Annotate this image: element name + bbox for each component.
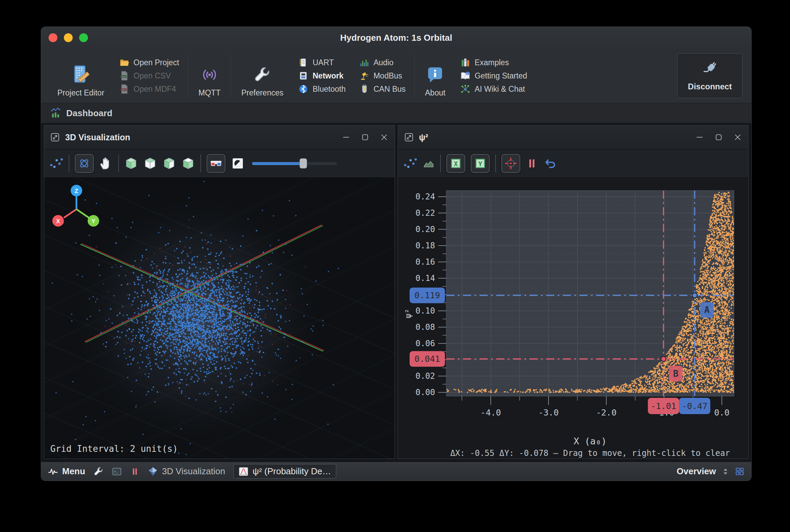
open-csv-button[interactable]: CSV Open CSV: [119, 71, 179, 81]
modbus-button[interactable]: ModBus: [359, 71, 406, 81]
x-cursor-button[interactable]: X: [446, 154, 465, 173]
maximize-icon[interactable]: [361, 133, 370, 142]
menu-button[interactable]: Menu: [48, 466, 85, 477]
minimize-icon[interactable]: [695, 133, 704, 142]
area-chart-icon[interactable]: [423, 157, 435, 170]
y-cursor-icon: Y: [473, 157, 487, 170]
app-window: Hydrogen Atom: 1s Orbital Project Editor…: [41, 26, 752, 481]
canbus-connector-icon: [359, 84, 370, 94]
network-button[interactable]: Network: [298, 71, 345, 81]
modbus-lamp-icon: [359, 71, 370, 81]
scatter-points-icon[interactable]: [50, 157, 63, 170]
toolbar-divider: [200, 155, 201, 172]
open-project-folder-icon: [119, 57, 129, 68]
expand-icon[interactable]: [404, 132, 414, 142]
svg-text:0.10: 0.10: [415, 306, 435, 316]
psi2-toolbar: X Y: [398, 149, 749, 178]
pause-icon[interactable]: [130, 467, 140, 476]
disconnect-button[interactable]: Disconnect: [677, 53, 742, 98]
opacity-slider[interactable]: [252, 158, 337, 169]
svg-text:MF4: MF4: [122, 89, 126, 91]
crosshair-icon: [504, 157, 518, 170]
cube-view-3-icon[interactable]: [162, 157, 176, 170]
bluetooth-button[interactable]: Bluetooth: [298, 84, 345, 94]
project-editor-button[interactable]: Project Editor: [49, 49, 112, 103]
maximize-icon[interactable]: [714, 133, 723, 142]
cube-view-4-icon[interactable]: [181, 157, 195, 170]
statusbar-tab-3d-visualization[interactable]: 3D Visualization: [148, 466, 225, 477]
slider-handle[interactable]: [300, 158, 307, 169]
minimize-icon[interactable]: [342, 133, 351, 142]
cube-view-2-icon[interactable]: [143, 157, 157, 170]
window-title: Hydrogen Atom: 1s Orbital: [340, 33, 452, 43]
slider-fill: [252, 162, 301, 165]
svg-text:0.041: 0.041: [414, 354, 440, 364]
examples-button[interactable]: Examples: [460, 57, 527, 68]
close-window-button[interactable]: [49, 33, 57, 42]
scatter-points-icon[interactable]: [403, 157, 417, 170]
viz3d-panel-header: 3D Visualization: [44, 125, 395, 149]
open-files-group: Open Project CSV Open CSV MF4 Open MDF4: [112, 49, 186, 103]
mqtt-button[interactable]: MQTT: [190, 49, 229, 103]
uart-button[interactable]: UART: [298, 57, 345, 68]
undo-icon[interactable]: [543, 157, 557, 170]
viz3d-window-controls: [342, 133, 389, 142]
traffic-lights: [49, 27, 88, 49]
psi2-panel-header: ψ²: [398, 125, 749, 149]
viz3d-canvas[interactable]: ZXY: [44, 178, 395, 459]
close-icon[interactable]: [733, 133, 742, 142]
getting-started-button[interactable]: i Getting Started: [460, 71, 527, 81]
tab-dashboard[interactable]: Dashboard: [46, 105, 117, 121]
disconnect-plug-icon: [701, 60, 719, 78]
svg-text:ψ²: ψ²: [403, 309, 413, 319]
layout-grid-icon[interactable]: [735, 467, 744, 476]
mqtt-signal-icon: [201, 66, 218, 84]
svg-text:0.16: 0.16: [415, 257, 435, 267]
psi2-chart[interactable]: 0.000.020.040.060.080.100.120.140.160.18…: [398, 178, 749, 459]
open-project-button[interactable]: Open Project: [119, 57, 179, 68]
pan-hand-icon[interactable]: [99, 157, 113, 170]
anaglyph-glasses-icon: [209, 157, 223, 170]
expand-icon[interactable]: [50, 132, 60, 142]
wrench-icon[interactable]: [93, 466, 104, 477]
ai-wiki-molecule-icon: [460, 84, 470, 94]
project-editor-icon: [71, 65, 90, 84]
zoom-window-button[interactable]: [79, 33, 88, 42]
svg-text:i: i: [467, 72, 468, 75]
y-cursor-button[interactable]: Y: [471, 154, 490, 173]
pause-icon[interactable]: [526, 157, 538, 170]
project-editor-label: Project Editor: [57, 88, 104, 97]
ai-wiki-button[interactable]: AI Wiki & Chat: [460, 84, 527, 94]
svg-text:Y: Y: [478, 160, 482, 168]
contrast-icon[interactable]: [231, 157, 245, 170]
cube-view-1-icon[interactable]: [124, 157, 138, 170]
statusbar-right: Overview: [677, 466, 744, 477]
toolbar-divider: [69, 155, 69, 172]
crosshair-button[interactable]: [501, 154, 520, 173]
svg-text:0.02: 0.02: [415, 371, 435, 381]
rotate-tool-button[interactable]: [75, 154, 94, 173]
toolbar-divider: [440, 155, 441, 172]
svg-text:Z: Z: [75, 188, 78, 194]
canbus-button[interactable]: CAN Bus: [359, 84, 406, 94]
sort-arrows-icon[interactable]: [721, 467, 730, 476]
bell-curve-icon: [238, 466, 249, 477]
main-toolbar: Project Editor Open Project CSV Open CSV…: [41, 49, 751, 103]
prism-icon: [148, 466, 158, 477]
close-icon[interactable]: [380, 133, 389, 142]
terminal-icon[interactable]: >_: [112, 466, 122, 477]
anaglyph-button[interactable]: [207, 154, 226, 173]
statusbar-tab-psi2[interactable]: ψ² (Probability De…: [233, 464, 336, 479]
svg-text:B: B: [673, 369, 678, 379]
toolbar-divider: [118, 155, 119, 172]
open-mdf4-button[interactable]: MF4 Open MDF4: [119, 84, 179, 94]
minimize-window-button[interactable]: [64, 33, 73, 42]
dashboard-chart-icon: [51, 107, 62, 119]
titlebar: Hydrogen Atom: 1s Orbital: [41, 27, 751, 49]
svg-text:A: A: [704, 305, 710, 315]
wrench-icon: [253, 66, 271, 84]
audio-button[interactable]: Audio: [359, 57, 406, 68]
preferences-button[interactable]: Preferences: [233, 49, 291, 103]
chart-area: 0.000.020.040.060.080.100.120.140.160.18…: [398, 178, 749, 459]
about-button[interactable]: About: [417, 49, 453, 103]
